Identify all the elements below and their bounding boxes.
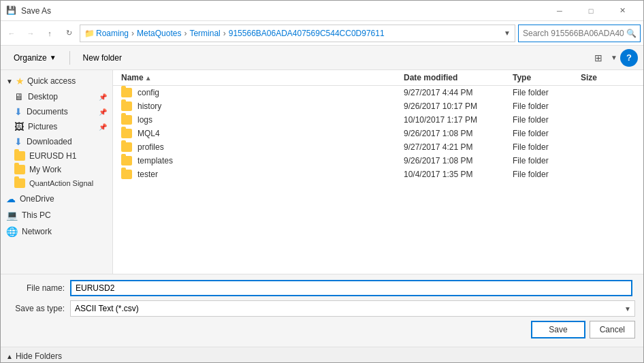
sidebar-item-pictures[interactable]: 🖼 Pictures 📌	[1, 119, 112, 134]
sidebar: ▼ ★ Quick access 🖥 Desktop 📌 ⬇ Documents…	[1, 70, 113, 274]
sidebar-item-eurusd[interactable]: EURUSD H1	[1, 149, 112, 163]
sidebar-item-network[interactable]: 🌐 Network	[1, 224, 112, 239]
pictures-icon: 🖼	[14, 121, 24, 132]
desktop-label: Desktop	[28, 92, 58, 101]
organize-button[interactable]: Organize ▼	[6, 49, 64, 67]
save-button[interactable]: Save	[531, 321, 585, 338]
onedrive-section: ☁ OneDrive	[1, 191, 112, 206]
table-row[interactable]: logs 10/10/2017 1:17 PM File folder	[113, 113, 643, 127]
quick-access-icon: ★	[16, 76, 25, 86]
new-folder-label: New folder	[83, 53, 122, 63]
pin-icon-desktop: 📌	[99, 93, 107, 101]
sidebar-item-mywork[interactable]: My Work	[1, 163, 112, 176]
folder-icon-small: 📁	[84, 29, 95, 38]
col-type-header[interactable]: Type	[513, 73, 581, 82]
table-row[interactable]: MQL4 9/26/2017 1:08 PM File folder	[113, 127, 643, 140]
table-row[interactable]: profiles 9/27/2017 4:21 PM File folder	[113, 140, 643, 154]
sidebar-item-onedrive[interactable]: ☁ OneDrive	[1, 191, 112, 206]
quick-access-header[interactable]: ▼ ★ Quick access	[1, 73, 112, 89]
breadcrumb-roaming[interactable]: Roaming	[96, 29, 129, 38]
refresh-button[interactable]: ↻	[61, 25, 77, 42]
saveastype-select[interactable]: ASCII Text (*.csv)	[70, 300, 635, 317]
sidebar-item-documents[interactable]: ⬇ Documents 📌	[1, 104, 112, 119]
table-row[interactable]: tester 10/4/2017 1:35 PM File folder	[113, 168, 643, 181]
file-type-cell: File folder	[513, 88, 581, 97]
file-name-text: profiles	[138, 142, 164, 152]
pin-icon-documents: 📌	[99, 108, 107, 116]
window-title: Save As	[21, 6, 544, 16]
sidebar-item-desktop[interactable]: 🖥 Desktop 📌	[1, 89, 112, 104]
file-date-cell: 10/4/2017 1:35 PM	[404, 170, 513, 179]
mywork-folder-icon	[14, 165, 25, 174]
network-section: 🌐 Network	[1, 224, 112, 239]
file-type-cell: File folder	[513, 115, 581, 125]
file-date-cell: 9/27/2017 4:21 PM	[404, 142, 513, 152]
file-type-cell: File folder	[513, 101, 581, 111]
col-type-label: Type	[513, 73, 531, 82]
breadcrumb-dropdown-icon[interactable]: ▼	[504, 29, 511, 37]
onedrive-label: OneDrive	[20, 194, 54, 204]
col-size-header[interactable]: Size	[581, 73, 635, 82]
table-row[interactable]: config 9/27/2017 4:44 PM File folder	[113, 86, 643, 99]
file-name-cell: templates	[121, 156, 404, 165]
col-name-label: Name	[121, 73, 144, 82]
file-type-cell: File folder	[513, 156, 581, 165]
search-box-wrap: 🔍	[518, 25, 641, 42]
downloaded-icon: ⬇	[14, 136, 22, 147]
content-pane: Name ▲ Date modified Type Size	[113, 70, 643, 274]
search-icon: 🔍	[626, 29, 637, 38]
view-dropdown-icon[interactable]: ▼	[611, 54, 617, 61]
pc-label: This PC	[22, 210, 51, 220]
breadcrumb-bar[interactable]: 📁 Roaming › MetaQuotes › Terminal › 9155…	[80, 25, 515, 42]
file-type-cell: File folder	[513, 170, 581, 179]
maximize-button[interactable]: □	[575, 1, 607, 21]
search-input[interactable]	[518, 25, 641, 42]
cancel-button[interactable]: Cancel	[590, 321, 635, 338]
button-row: Save Cancel	[9, 321, 635, 341]
bottom-pane: File name: Save as type: ASCII Text (*.c…	[1, 274, 643, 347]
file-date-cell: 9/26/2017 1:08 PM	[404, 156, 513, 165]
folder-icon	[121, 156, 132, 165]
col-date-header[interactable]: Date modified	[404, 73, 513, 82]
file-name-cell: logs	[121, 115, 404, 125]
file-name-text: templates	[138, 156, 173, 165]
col-date-label: Date modified	[404, 73, 457, 82]
hide-folders-bar[interactable]: ▲ Hide Folders	[1, 347, 643, 362]
folder-icon	[121, 142, 132, 152]
col-name-header[interactable]: Name ▲	[121, 73, 404, 82]
breadcrumb-terminal[interactable]: Terminal	[189, 29, 220, 38]
saveastype-label: Save as type:	[9, 304, 70, 313]
documents-icon: ⬇	[14, 106, 22, 117]
forward-button[interactable]: →	[22, 25, 39, 42]
file-name-text: config	[138, 88, 159, 97]
quick-access-section: ▼ ★ Quick access 🖥 Desktop 📌 ⬇ Documents…	[1, 73, 112, 190]
close-button[interactable]: ✕	[607, 1, 638, 21]
sidebar-item-quantaction[interactable]: QuantAction Signal	[1, 176, 112, 190]
breadcrumb-metaquotes[interactable]: MetaQuotes	[137, 29, 181, 38]
file-name-text: tester	[138, 170, 158, 179]
toolbar-separator	[69, 51, 70, 65]
filename-row: File name:	[9, 280, 635, 296]
help-button[interactable]: ?	[620, 49, 638, 67]
filename-input[interactable]	[70, 280, 632, 296]
sidebar-item-pc[interactable]: 💻 This PC	[1, 208, 112, 223]
file-date-cell: 9/26/2017 1:08 PM	[404, 129, 513, 138]
new-folder-button[interactable]: New folder	[76, 49, 129, 67]
breadcrumb-id[interactable]: 915566BA06ADA407569C544CC0D97611	[229, 29, 385, 38]
titlebar: 💾 Save As ─ □ ✕	[1, 1, 643, 21]
mywork-label: My Work	[29, 165, 61, 174]
minimize-button[interactable]: ─	[544, 1, 575, 21]
file-date-cell: 9/27/2017 4:44 PM	[404, 88, 513, 97]
filename-label: File name:	[9, 283, 70, 293]
view-button[interactable]: ⊞	[589, 49, 608, 67]
folder-icon	[121, 88, 132, 97]
sidebar-item-downloaded[interactable]: ⬇ Downloaded	[1, 134, 112, 149]
up-button[interactable]: ↑	[42, 25, 58, 42]
table-row[interactable]: templates 9/26/2017 1:08 PM File folder	[113, 154, 643, 168]
file-date-cell: 10/10/2017 1:17 PM	[404, 115, 513, 125]
addressbar: ← → ↑ ↻ 📁 Roaming › MetaQuotes › Termina…	[1, 21, 643, 46]
network-label: Network	[22, 227, 52, 236]
back-button[interactable]: ←	[3, 25, 20, 42]
table-row[interactable]: history 9/26/2017 10:17 PM File folder	[113, 99, 643, 113]
file-list: config 9/27/2017 4:44 PM File folder his…	[113, 86, 643, 274]
